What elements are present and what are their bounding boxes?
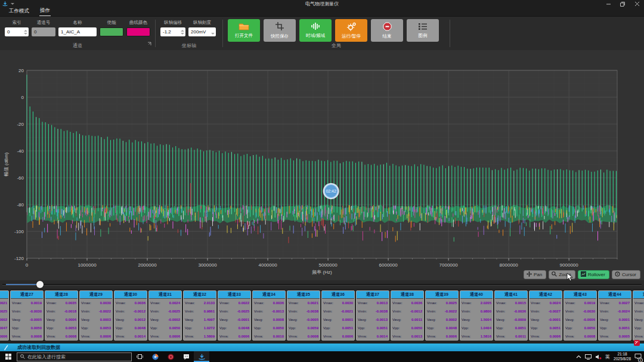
search-icon [20, 354, 25, 359]
browser-app-icon[interactable] [147, 351, 163, 362]
spectrum-chart-plot[interactable]: 200-20-40-60-80-100-12001000000200000030… [0, 50, 644, 280]
metric-value: -0.0025 [237, 307, 249, 315]
channel-metric-row: Vmax:0.0015 [495, 299, 527, 307]
channel-metric-row: Vavg:-0.0005 [287, 315, 320, 324]
name-input[interactable]: 1_AIC_A [58, 27, 97, 36]
menu-operation[interactable]: 操作 [39, 7, 51, 16]
metric-value: -0.0022 [99, 307, 111, 315]
start-button[interactable] [0, 351, 17, 362]
channel-metric-row: Vrms:0.0008 [564, 332, 596, 341]
metric-value: 0.0006 [239, 332, 249, 341]
channel-metric-row: Vmax:0.0025 [426, 299, 458, 307]
channel-card: 通道43Vmax:0.0019Vmin:-0.0030Vavg:-0.0006V… [564, 290, 597, 341]
metric-label: Vpp: [358, 324, 365, 332]
metric-label: Vpp: [462, 324, 469, 332]
svg-text:1000000: 1000000 [78, 262, 97, 268]
network-icon[interactable] [585, 354, 592, 360]
channel-metric-row: Vpp:0.0050 [633, 324, 644, 332]
titlebar: 电气物理测量仪 [0, 0, 644, 8]
metric-label: Vmin: [219, 307, 228, 315]
active-measurement-app-icon[interactable] [194, 351, 209, 362]
metric-value: 0.0050 [411, 324, 422, 332]
metric-value: -0.0005 [306, 315, 318, 324]
metric-value: -0.0030 [30, 307, 42, 315]
global-button-2[interactable]: 时域/频域 [299, 19, 332, 42]
channel-group-expand-icon[interactable] [147, 38, 151, 48]
metric-label: Vrms: [150, 332, 159, 341]
global-button-3[interactable]: 运行/暂停 [335, 19, 367, 42]
menu-work-mode[interactable]: 工作模式 [8, 7, 30, 16]
global-button-1[interactable]: 快照保存 [264, 19, 296, 42]
svg-text:2000000: 2000000 [138, 262, 157, 268]
metric-label: Vpp: [116, 324, 123, 332]
titlebar-dropdown-caret-icon[interactable] [11, 3, 14, 5]
spinner-arrows-icon[interactable] [179, 30, 184, 35]
svg-text:-80: -80 [17, 202, 24, 208]
metric-label: Vrms: [289, 332, 298, 341]
minimize-button[interactable] [601, 0, 615, 8]
metric-label: Vpp: [47, 324, 54, 332]
chart-tool-cursor[interactable]: Cursor [612, 270, 640, 279]
metric-value: 0.0011 [515, 332, 526, 341]
global-button-4[interactable]: 结束 [371, 19, 403, 42]
metric-value: -0.0001 [237, 315, 249, 324]
restore-button[interactable] [615, 0, 630, 8]
channel-metric-row: Vpp:0.0051 [322, 324, 354, 332]
channel-card-title: 通道31 [149, 291, 181, 299]
notification-badge: 1 [638, 358, 643, 362]
svg-text:5000000: 5000000 [319, 262, 338, 268]
channel-metric-row: Vpp:0.0059 [287, 324, 320, 332]
taskbar-clock[interactable]: 21:18 2025/8/28 [614, 352, 631, 361]
metric-value: 2.0133 [204, 299, 215, 307]
taskbar-search-input[interactable]: 在此输入进行搜索 [17, 352, 132, 361]
channel-card: 通道27Vmax:0.0019Vmin:-0.0030Vavg:-0.0005V… [10, 290, 44, 341]
spinner-arrows-icon[interactable] [22, 30, 27, 35]
status-pencil-icon [3, 345, 9, 351]
global-button-label: 快照保存 [271, 33, 289, 39]
chart-tool-rollover[interactable]: Rollover [578, 270, 609, 279]
channel-metric-row: Vmin:-0.0012 [391, 307, 423, 315]
global-button-0[interactable]: 打开文件 [228, 19, 260, 42]
metric-value: 0.0050 [169, 324, 180, 332]
red-app-icon[interactable] [163, 351, 178, 362]
metric-label: Vmin: [323, 307, 332, 315]
metric-value: 1.4997 [204, 315, 215, 324]
curve-color-swatch[interactable] [126, 27, 150, 36]
metric-value: -0.0038 [376, 307, 388, 315]
metric-label: Vavg: [634, 315, 643, 324]
metric-label: Vavg: [600, 315, 609, 324]
speaker-muted-icon[interactable] [595, 354, 602, 360]
slider-track[interactable] [2, 284, 642, 286]
metric-value: 0.0006 [66, 315, 76, 324]
channel-card-title: 通道37 [357, 291, 389, 299]
dropdown-caret-icon[interactable] [209, 30, 215, 35]
app-logo-icon[interactable] [2, 1, 8, 7]
metric-label: Vrms: [116, 332, 125, 341]
axis-scale-dropdown[interactable]: 200mV [188, 27, 216, 36]
chart-tool-pan[interactable]: Pan [524, 270, 546, 279]
metric-value: -0.0025 [0, 307, 7, 315]
metric-value: 0.0006 [100, 332, 111, 341]
global-button-5[interactable]: 图例 [407, 19, 439, 42]
chat-app-icon[interactable] [178, 351, 194, 362]
enable-color-swatch[interactable] [100, 27, 123, 36]
axis-offset-spinner[interactable]: -1.2 [160, 27, 185, 36]
metric-value: 0.0001 [342, 315, 353, 324]
metric-value: 0.0053 [100, 324, 111, 332]
input-language-indicator[interactable]: 英 [605, 354, 610, 360]
channel-metric-row: Vavg:-0.0009 [495, 315, 527, 324]
metric-label: Vmax: [565, 299, 575, 307]
metric-value: -0.0006 [583, 315, 595, 324]
metric-label: Vmax: [12, 299, 22, 307]
tray-chevron-icon[interactable] [576, 355, 581, 358]
channel-metric-row: Vrms:0.0008 [287, 332, 320, 341]
index-spinner[interactable]: 0 [5, 27, 29, 36]
metric-label: Vpp: [81, 324, 88, 332]
close-button[interactable] [630, 0, 644, 8]
task-view-icon[interactable] [132, 351, 147, 362]
enable-field: 使能 [100, 20, 123, 36]
metric-label: Vmax: [392, 299, 402, 307]
notification-center-icon[interactable]: 1 [634, 351, 642, 362]
metric-value: 0.0008 [308, 332, 318, 341]
slider-knob[interactable] [36, 281, 44, 288]
